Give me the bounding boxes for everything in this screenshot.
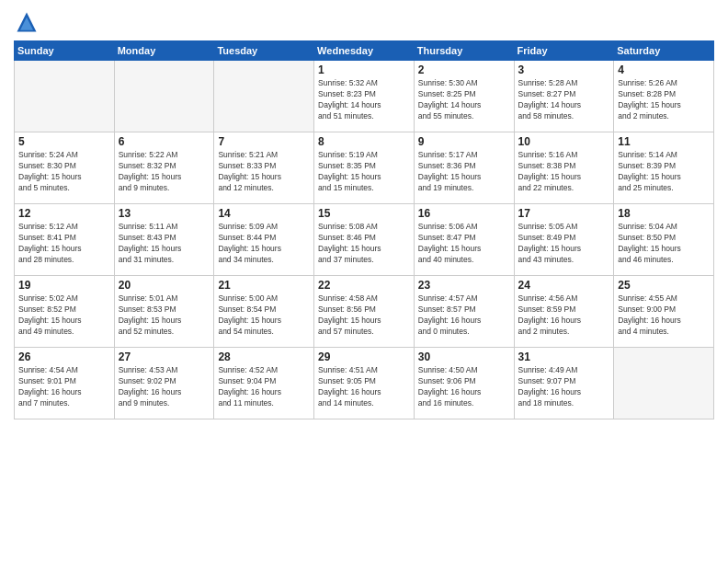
day-info: Sunrise: 4:57 AM Sunset: 8:57 PM Dayligh… bbox=[418, 293, 510, 338]
day-number: 11 bbox=[618, 135, 710, 148]
day-info: Sunrise: 4:58 AM Sunset: 8:56 PM Dayligh… bbox=[318, 293, 410, 338]
day-info: Sunrise: 5:16 AM Sunset: 8:38 PM Dayligh… bbox=[518, 150, 610, 194]
day-number: 20 bbox=[119, 279, 210, 292]
calendar-cell: 15Sunrise: 5:08 AM Sunset: 8:46 PM Dayli… bbox=[314, 204, 415, 276]
day-info: Sunrise: 5:11 AM Sunset: 8:43 PM Dayligh… bbox=[119, 222, 210, 266]
day-info: Sunrise: 5:28 AM Sunset: 8:27 PM Dayligh… bbox=[518, 78, 610, 122]
calendar-cell: 9Sunrise: 5:17 AM Sunset: 8:36 PM Daylig… bbox=[414, 132, 514, 204]
header-monday: Monday bbox=[114, 41, 214, 61]
logo bbox=[14, 9, 43, 35]
calendar-cell: 31Sunrise: 4:49 AM Sunset: 9:07 PM Dayli… bbox=[514, 348, 614, 419]
day-info: Sunrise: 5:04 AM Sunset: 8:50 PM Dayligh… bbox=[618, 222, 710, 266]
day-number: 22 bbox=[318, 279, 410, 292]
calendar-cell: 23Sunrise: 4:57 AM Sunset: 8:57 PM Dayli… bbox=[414, 276, 514, 348]
calendar-cell: 18Sunrise: 5:04 AM Sunset: 8:50 PM Dayli… bbox=[614, 204, 714, 276]
day-number: 1 bbox=[318, 63, 410, 76]
logo-icon bbox=[14, 9, 40, 35]
day-number: 19 bbox=[18, 279, 110, 292]
day-number: 30 bbox=[418, 350, 510, 363]
day-info: Sunrise: 5:14 AM Sunset: 8:39 PM Dayligh… bbox=[618, 150, 710, 194]
day-number: 6 bbox=[119, 135, 210, 148]
day-number: 5 bbox=[18, 135, 110, 148]
calendar-cell: 11Sunrise: 5:14 AM Sunset: 8:39 PM Dayli… bbox=[614, 132, 714, 204]
calendar-cell: 8Sunrise: 5:19 AM Sunset: 8:35 PM Daylig… bbox=[314, 132, 415, 204]
day-number: 3 bbox=[518, 63, 610, 76]
day-info: Sunrise: 4:51 AM Sunset: 9:05 PM Dayligh… bbox=[318, 365, 410, 409]
day-info: Sunrise: 5:12 AM Sunset: 8:41 PM Dayligh… bbox=[18, 222, 110, 266]
day-info: Sunrise: 5:06 AM Sunset: 8:47 PM Dayligh… bbox=[418, 222, 510, 266]
day-number: 2 bbox=[418, 63, 510, 76]
week-row-0: 1Sunrise: 5:32 AM Sunset: 8:23 PM Daylig… bbox=[15, 61, 714, 132]
calendar-cell: 16Sunrise: 5:06 AM Sunset: 8:47 PM Dayli… bbox=[414, 204, 514, 276]
header-saturday: Saturday bbox=[614, 41, 714, 61]
calendar-cell: 29Sunrise: 4:51 AM Sunset: 9:05 PM Dayli… bbox=[314, 348, 415, 419]
calendar-cell: 26Sunrise: 4:54 AM Sunset: 9:01 PM Dayli… bbox=[15, 348, 115, 419]
day-number: 25 bbox=[618, 279, 710, 292]
calendar-cell: 13Sunrise: 5:11 AM Sunset: 8:43 PM Dayli… bbox=[114, 204, 214, 276]
day-number: 23 bbox=[418, 279, 510, 292]
day-info: Sunrise: 5:22 AM Sunset: 8:32 PM Dayligh… bbox=[119, 150, 210, 194]
calendar-cell bbox=[614, 348, 714, 419]
calendar-cell: 5Sunrise: 5:24 AM Sunset: 8:30 PM Daylig… bbox=[15, 132, 115, 204]
header-sunday: Sunday bbox=[15, 41, 115, 61]
week-row-4: 26Sunrise: 4:54 AM Sunset: 9:01 PM Dayli… bbox=[15, 348, 714, 419]
day-number: 9 bbox=[418, 135, 510, 148]
calendar-header-row: SundayMondayTuesdayWednesdayThursdayFrid… bbox=[15, 41, 714, 61]
header-tuesday: Tuesday bbox=[214, 41, 314, 61]
calendar-cell: 14Sunrise: 5:09 AM Sunset: 8:44 PM Dayli… bbox=[214, 204, 314, 276]
calendar-cell: 4Sunrise: 5:26 AM Sunset: 8:28 PM Daylig… bbox=[614, 61, 714, 132]
day-number: 29 bbox=[318, 350, 410, 363]
day-info: Sunrise: 5:17 AM Sunset: 8:36 PM Dayligh… bbox=[418, 150, 510, 194]
calendar-cell: 12Sunrise: 5:12 AM Sunset: 8:41 PM Dayli… bbox=[15, 204, 115, 276]
day-number: 12 bbox=[18, 207, 110, 220]
week-row-1: 5Sunrise: 5:24 AM Sunset: 8:30 PM Daylig… bbox=[15, 132, 714, 204]
calendar-cell: 21Sunrise: 5:00 AM Sunset: 8:54 PM Dayli… bbox=[214, 276, 314, 348]
day-number: 10 bbox=[518, 135, 610, 148]
calendar-cell: 24Sunrise: 4:56 AM Sunset: 8:59 PM Dayli… bbox=[514, 276, 614, 348]
day-info: Sunrise: 4:56 AM Sunset: 8:59 PM Dayligh… bbox=[518, 293, 610, 338]
calendar-cell: 17Sunrise: 5:05 AM Sunset: 8:49 PM Dayli… bbox=[514, 204, 614, 276]
day-info: Sunrise: 5:21 AM Sunset: 8:33 PM Dayligh… bbox=[218, 150, 310, 194]
calendar-cell bbox=[214, 61, 314, 132]
day-info: Sunrise: 4:55 AM Sunset: 9:00 PM Dayligh… bbox=[618, 293, 710, 338]
day-number: 7 bbox=[218, 135, 310, 148]
header-wednesday: Wednesday bbox=[314, 41, 415, 61]
calendar-cell bbox=[114, 61, 214, 132]
day-info: Sunrise: 5:08 AM Sunset: 8:46 PM Dayligh… bbox=[318, 222, 410, 266]
day-number: 17 bbox=[518, 207, 610, 220]
page: SundayMondayTuesdayWednesdayThursdayFrid… bbox=[0, 0, 728, 563]
day-info: Sunrise: 4:50 AM Sunset: 9:06 PM Dayligh… bbox=[418, 365, 510, 409]
day-number: 4 bbox=[618, 63, 710, 76]
day-info: Sunrise: 5:26 AM Sunset: 8:28 PM Dayligh… bbox=[618, 78, 710, 122]
day-number: 31 bbox=[518, 350, 610, 363]
day-info: Sunrise: 5:24 AM Sunset: 8:30 PM Dayligh… bbox=[18, 150, 110, 194]
calendar-cell: 6Sunrise: 5:22 AM Sunset: 8:32 PM Daylig… bbox=[114, 132, 214, 204]
day-number: 27 bbox=[119, 350, 210, 363]
day-number: 18 bbox=[618, 207, 710, 220]
day-info: Sunrise: 4:52 AM Sunset: 9:04 PM Dayligh… bbox=[218, 365, 310, 409]
header-friday: Friday bbox=[514, 41, 614, 61]
day-info: Sunrise: 4:54 AM Sunset: 9:01 PM Dayligh… bbox=[18, 365, 110, 409]
calendar-cell: 30Sunrise: 4:50 AM Sunset: 9:06 PM Dayli… bbox=[414, 348, 514, 419]
day-info: Sunrise: 4:53 AM Sunset: 9:02 PM Dayligh… bbox=[119, 365, 210, 409]
calendar-cell: 25Sunrise: 4:55 AM Sunset: 9:00 PM Dayli… bbox=[614, 276, 714, 348]
day-number: 24 bbox=[518, 279, 610, 292]
day-info: Sunrise: 5:00 AM Sunset: 8:54 PM Dayligh… bbox=[218, 293, 310, 338]
week-row-3: 19Sunrise: 5:02 AM Sunset: 8:52 PM Dayli… bbox=[15, 276, 714, 348]
calendar-cell: 28Sunrise: 4:52 AM Sunset: 9:04 PM Dayli… bbox=[214, 348, 314, 419]
calendar-cell: 7Sunrise: 5:21 AM Sunset: 8:33 PM Daylig… bbox=[214, 132, 314, 204]
day-info: Sunrise: 5:02 AM Sunset: 8:52 PM Dayligh… bbox=[18, 293, 110, 338]
calendar-cell: 1Sunrise: 5:32 AM Sunset: 8:23 PM Daylig… bbox=[314, 61, 415, 132]
day-number: 8 bbox=[318, 135, 410, 148]
day-number: 13 bbox=[119, 207, 210, 220]
day-info: Sunrise: 4:49 AM Sunset: 9:07 PM Dayligh… bbox=[518, 365, 610, 409]
day-info: Sunrise: 5:19 AM Sunset: 8:35 PM Dayligh… bbox=[318, 150, 410, 194]
day-number: 28 bbox=[218, 350, 310, 363]
calendar-cell: 22Sunrise: 4:58 AM Sunset: 8:56 PM Dayli… bbox=[314, 276, 415, 348]
calendar: SundayMondayTuesdayWednesdayThursdayFrid… bbox=[14, 40, 714, 419]
calendar-cell: 3Sunrise: 5:28 AM Sunset: 8:27 PM Daylig… bbox=[514, 61, 614, 132]
week-row-2: 12Sunrise: 5:12 AM Sunset: 8:41 PM Dayli… bbox=[15, 204, 714, 276]
day-number: 21 bbox=[218, 279, 310, 292]
header bbox=[14, 9, 714, 35]
day-number: 14 bbox=[218, 207, 310, 220]
